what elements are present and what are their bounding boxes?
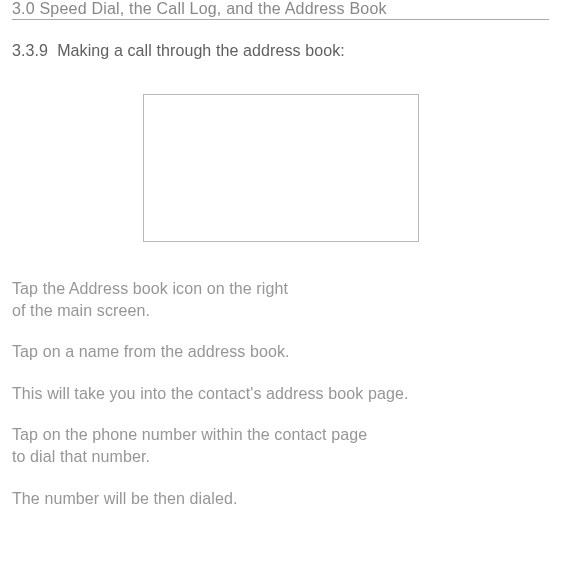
- chapter-header: 3.0 Speed Dial, the Call Log, and the Ad…: [12, 0, 549, 20]
- body-line: Tap the Address book icon on the right: [12, 280, 288, 297]
- body-line: of the main screen.: [12, 302, 150, 319]
- body-line: Tap on the phone number within the conta…: [12, 426, 367, 443]
- paragraph-1: Tap the Address book icon on the right o…: [12, 278, 549, 321]
- figure-placeholder: [143, 94, 419, 242]
- paragraph-2: Tap on a name from the address book.: [12, 341, 549, 363]
- body-line: The number will be then dialed.: [12, 490, 237, 507]
- section-title: Making a call through the address book:: [57, 42, 345, 59]
- section-heading: 3.3.9 Making a call through the address …: [12, 42, 549, 60]
- section-number: 3.3.9: [12, 42, 48, 59]
- body-content: Tap the Address book icon on the right o…: [12, 278, 549, 509]
- figure-container: [12, 94, 549, 242]
- paragraph-4: Tap on the phone number within the conta…: [12, 424, 549, 467]
- body-line: to dial that number.: [12, 448, 150, 465]
- paragraph-3: This will take you into the contact's ad…: [12, 383, 549, 405]
- chapter-title: 3.0 Speed Dial, the Call Log, and the Ad…: [12, 0, 387, 17]
- paragraph-5: The number will be then dialed.: [12, 488, 549, 510]
- body-line: Tap on a name from the address book.: [12, 343, 290, 360]
- body-line: This will take you into the contact's ad…: [12, 385, 408, 402]
